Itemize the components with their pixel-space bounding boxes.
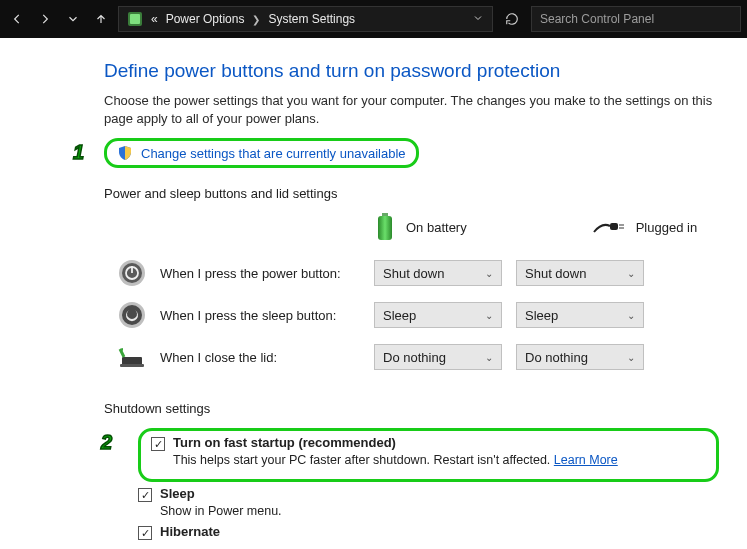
breadcrumb-item[interactable]: Power Options <box>166 12 245 26</box>
hibernate-option-title: Hibernate <box>160 524 220 539</box>
annotation-box-2: 2 Turn on fast startup (recommended) Thi… <box>138 428 719 482</box>
column-header-label: Plugged in <box>636 220 697 235</box>
power-button-plugged-select[interactable]: Shut down ⌄ <box>516 260 644 286</box>
svg-rect-14 <box>120 364 144 367</box>
power-button-battery-select[interactable]: Shut down ⌄ <box>374 260 502 286</box>
breadcrumb-item[interactable]: System Settings <box>268 12 355 26</box>
svg-rect-1 <box>130 14 140 24</box>
section-title-buttons: Power and sleep buttons and lid settings <box>104 186 729 201</box>
address-bar[interactable]: « Power Options ❯ System Settings <box>118 6 493 32</box>
annotation-number: 1 <box>73 141 84 164</box>
column-header-battery: On battery <box>374 213 467 241</box>
learn-more-link[interactable]: Learn More <box>554 453 618 467</box>
setting-row-close-lid: When I close the lid: Do nothing ⌄ Do no… <box>104 343 729 371</box>
breadcrumb-separator-icon: ❯ <box>252 14 260 25</box>
address-dropdown-button[interactable] <box>472 12 484 27</box>
sleep-option-description: Show in Power menu. <box>160 504 729 518</box>
setting-label: When I close the lid: <box>160 350 360 365</box>
hibernate-checkbox[interactable] <box>138 526 152 540</box>
setting-label: When I press the sleep button: <box>160 308 360 323</box>
column-header-plugged: Plugged in <box>592 220 697 235</box>
setting-label: When I press the power button: <box>160 266 360 281</box>
svg-rect-4 <box>610 223 618 230</box>
battery-icon <box>374 213 396 241</box>
annotation-box-1: 1 Change settings that are currently una… <box>104 138 419 168</box>
select-value: Shut down <box>383 266 444 281</box>
power-button-icon <box>118 259 146 287</box>
search-input[interactable]: Search Control Panel <box>531 6 741 32</box>
section-title-shutdown: Shutdown settings <box>104 401 729 416</box>
select-value: Sleep <box>525 308 558 323</box>
shield-icon <box>117 145 133 161</box>
shutdown-settings-list: 2 Turn on fast startup (recommended) Thi… <box>124 428 729 540</box>
chevron-down-icon: ⌄ <box>627 352 635 363</box>
setting-row-power-button: When I press the power button: Shut down… <box>104 259 729 287</box>
laptop-lid-icon <box>118 343 146 371</box>
chevron-down-icon: ⌄ <box>485 310 493 321</box>
control-panel-icon <box>127 11 143 27</box>
nav-up-button[interactable] <box>90 8 112 30</box>
sleep-button-battery-select[interactable]: Sleep ⌄ <box>374 302 502 328</box>
page-body: Define power buttons and turn on passwor… <box>0 38 747 549</box>
fast-startup-description: This helps start your PC faster after sh… <box>173 453 706 467</box>
column-header-label: On battery <box>406 220 467 235</box>
search-placeholder: Search Control Panel <box>540 12 654 26</box>
refresh-button[interactable] <box>499 12 525 26</box>
nav-forward-button[interactable] <box>34 8 56 30</box>
chevron-down-icon: ⌄ <box>627 268 635 279</box>
fast-startup-title: Turn on fast startup (recommended) <box>173 435 396 450</box>
annotation-number: 2 <box>101 431 112 454</box>
setting-row-sleep-button: When I press the sleep button: Sleep ⌄ S… <box>104 301 729 329</box>
svg-rect-13 <box>122 357 142 365</box>
select-value: Do nothing <box>383 350 446 365</box>
page-description: Choose the power settings that you want … <box>104 92 729 128</box>
close-lid-plugged-select[interactable]: Do nothing ⌄ <box>516 344 644 370</box>
column-headers: On battery Plugged in <box>374 213 729 241</box>
select-value: Shut down <box>525 266 586 281</box>
chevron-down-icon: ⌄ <box>485 268 493 279</box>
chevron-down-icon: ⌄ <box>485 352 493 363</box>
close-lid-battery-select[interactable]: Do nothing ⌄ <box>374 344 502 370</box>
svg-rect-3 <box>378 216 392 240</box>
chevron-down-icon: ⌄ <box>627 310 635 321</box>
svg-rect-2 <box>382 213 388 216</box>
sleep-button-plugged-select[interactable]: Sleep ⌄ <box>516 302 644 328</box>
change-settings-link[interactable]: Change settings that are currently unava… <box>141 146 406 161</box>
window-titlebar: « Power Options ❯ System Settings Search… <box>0 0 747 38</box>
fast-startup-checkbox[interactable] <box>151 437 165 451</box>
sleep-button-icon <box>118 301 146 329</box>
select-value: Sleep <box>383 308 416 323</box>
plug-icon <box>592 220 626 234</box>
nav-recent-button[interactable] <box>62 8 84 30</box>
svg-point-12 <box>122 305 142 325</box>
sleep-checkbox[interactable] <box>138 488 152 502</box>
nav-back-button[interactable] <box>6 8 28 30</box>
breadcrumb-prefix: « <box>151 12 158 26</box>
page-title: Define power buttons and turn on passwor… <box>104 60 729 82</box>
select-value: Do nothing <box>525 350 588 365</box>
sleep-option-title: Sleep <box>160 486 195 501</box>
